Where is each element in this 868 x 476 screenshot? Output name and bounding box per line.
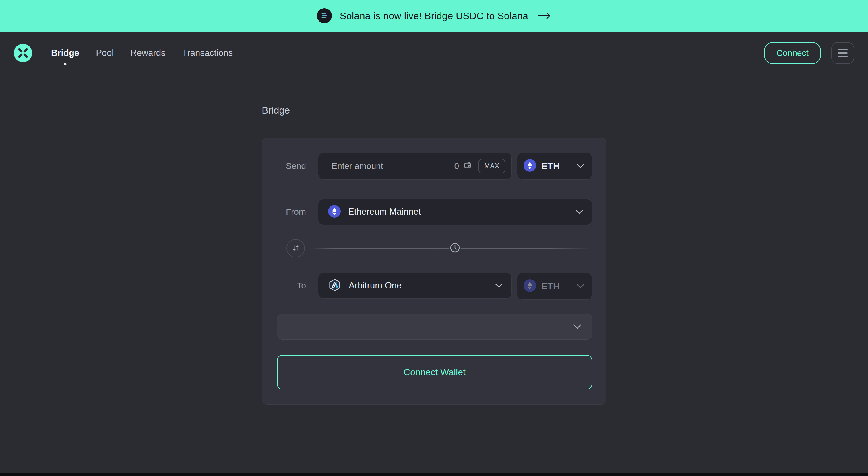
- to-network-name: Arbitrum One: [349, 280, 402, 291]
- arrow-right-icon: [538, 12, 551, 20]
- from-network-selector[interactable]: Ethereum Mainnet: [318, 199, 592, 225]
- chevron-down-icon: [577, 284, 584, 288]
- max-button[interactable]: MAX: [478, 159, 505, 173]
- balance-group[interactable]: 0: [454, 161, 473, 171]
- chevron-down-icon: [495, 283, 503, 288]
- fees-summary-value: -: [289, 322, 291, 332]
- arbitrum-icon: [328, 278, 341, 293]
- amount-input-container: 0 MAX: [318, 152, 512, 179]
- chevron-down-icon: [577, 164, 584, 168]
- hamburger-menu-button[interactable]: [831, 42, 854, 64]
- swap-chains-button[interactable]: [286, 239, 305, 258]
- to-label: To: [262, 273, 306, 299]
- header-right: Connect: [764, 42, 854, 64]
- banner-text: Solana is now live! Bridge USDC to Solan…: [340, 10, 528, 22]
- nav-item-transactions[interactable]: Transactions: [182, 48, 233, 58]
- across-logo-icon[interactable]: [14, 44, 32, 62]
- fees-summary-dropdown[interactable]: -: [277, 314, 592, 340]
- send-token-symbol: ETH: [541, 161, 560, 171]
- estimated-time-indicator: [448, 242, 461, 254]
- nav-item-pool[interactable]: Pool: [96, 48, 114, 58]
- amount-input[interactable]: [318, 153, 454, 179]
- bridge-page: Bridge Send 0 MAX: [262, 105, 606, 405]
- nav-item-label: Bridge: [51, 48, 79, 58]
- nav-item-label: Pool: [96, 48, 114, 58]
- chevron-down-icon: [573, 324, 582, 329]
- send-label: Send: [262, 152, 306, 179]
- app: Solana is now live! Bridge USDC to Solan…: [0, 0, 868, 476]
- page-title: Bridge: [262, 105, 606, 116]
- nav-item-label: Rewards: [130, 48, 165, 58]
- clock-icon: [449, 242, 461, 254]
- active-nav-dot: [64, 63, 67, 65]
- nav-item-label: Transactions: [182, 48, 233, 58]
- to-network-selector[interactable]: Arbitrum One: [318, 273, 512, 299]
- connect-wallet-button[interactable]: Connect Wallet: [277, 355, 592, 389]
- main-nav: Bridge Pool Rewards Transactions: [51, 48, 233, 58]
- solana-icon: [317, 8, 332, 23]
- window-bottom-edge: [0, 473, 868, 476]
- hamburger-menu-icon: [838, 49, 848, 50]
- wallet-icon: [463, 161, 473, 171]
- nav-item-bridge[interactable]: Bridge: [51, 48, 79, 58]
- connect-button[interactable]: Connect: [764, 42, 821, 64]
- bridge-card: Send 0 MAX: [262, 138, 606, 405]
- send-token-selector[interactable]: ETH: [517, 152, 592, 179]
- announcement-banner[interactable]: Solana is now live! Bridge USDC to Solan…: [0, 0, 868, 32]
- title-divider: [262, 123, 606, 123]
- ethereum-icon: [328, 205, 341, 219]
- receive-token-symbol: ETH: [541, 281, 560, 292]
- wallet-balance: 0: [454, 161, 459, 171]
- header: Bridge Pool Rewards Transactions Connect: [0, 32, 868, 74]
- receive-token-selector-disabled: ETH: [517, 273, 592, 300]
- ethereum-icon: [524, 159, 536, 173]
- ethereum-icon: [524, 279, 536, 293]
- from-label: From: [262, 199, 306, 225]
- from-network-name: Ethereum Mainnet: [348, 207, 421, 217]
- nav-item-rewards[interactable]: Rewards: [130, 48, 165, 58]
- chevron-down-icon: [575, 210, 583, 214]
- swap-arrows-icon: [291, 243, 301, 254]
